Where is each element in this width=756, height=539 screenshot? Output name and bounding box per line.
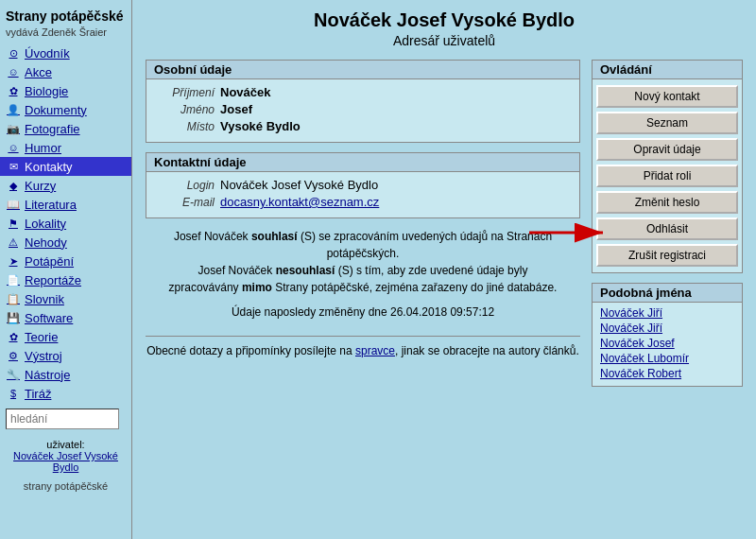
- nav-item-humor[interactable]: ☺Humor: [0, 138, 131, 157]
- nav-label: Literatura: [25, 198, 77, 212]
- user-link[interactable]: Nováček Josef Vysoké Bydlo: [13, 450, 118, 473]
- left-panel: Osobní údaje PříjmeníNováčekJménoJosefMí…: [146, 60, 580, 387]
- nav-icon: 💾: [6, 310, 21, 325]
- nav-item-výstroj[interactable]: ⚙Výstroj: [0, 346, 131, 365]
- similar-name-link[interactable]: Nováček Jiří: [600, 306, 734, 320]
- nav-label: Dokumenty: [25, 103, 87, 117]
- control-button-seznam[interactable]: Seznam: [596, 112, 738, 134]
- nav-item-biologie[interactable]: ✿Biologie: [0, 81, 131, 100]
- nav-icon: 📷: [6, 121, 21, 136]
- similar-name-link[interactable]: Nováček Robert: [600, 367, 734, 380]
- nav-icon: 📄: [6, 272, 21, 287]
- nav-label: Potápění: [25, 254, 74, 269]
- field-value[interactable]: docasny.kontakt@seznam.cz: [220, 195, 379, 209]
- nav-icon: ☺: [6, 140, 21, 155]
- nav-label: Akce: [25, 65, 52, 79]
- note3-post: zpracovávány: [169, 281, 242, 294]
- field-value: Vysoké Bydlo: [220, 119, 301, 133]
- nav-item-teorie[interactable]: ✿Teorie: [0, 327, 131, 346]
- field-label: Login: [154, 179, 220, 192]
- page-title: Nováček Josef Vysoké Bydlo: [146, 9, 743, 31]
- control-box: Ovládání Nový kontaktSeznamOpravit údaje…: [592, 60, 743, 273]
- nav-item-tiráž[interactable]: $Tiráž: [0, 384, 131, 403]
- footer-pre: Obecné dotazy a připomínky posílejte na: [146, 344, 355, 357]
- field-label: Místo: [154, 120, 220, 133]
- control-button-zrušit-registraci[interactable]: Zrušit registraci: [596, 244, 738, 267]
- nav-item-fotografie[interactable]: 📷Fotografie: [0, 119, 131, 138]
- nav-label: Kontakty: [25, 160, 73, 174]
- sidebar-title: Strany potápěčské: [0, 4, 131, 26]
- sidebar-user: uživatel: Nováček Josef Vysoké Bydlo: [0, 435, 131, 477]
- control-button-nový-kontakt[interactable]: Nový kontakt: [596, 85, 738, 108]
- control-button-opravit-údaje[interactable]: Opravit údaje: [596, 138, 738, 161]
- nav-label: Slovnik: [25, 292, 64, 306]
- footer-link[interactable]: spravce: [355, 344, 395, 357]
- contact-field-row: LoginNováček Josef Vysoké Bydlo: [154, 178, 572, 192]
- contact-field-row: E-maildocasny.kontakt@seznam.cz: [154, 195, 572, 209]
- similar-box: Podobná jména Nováček JiříNováček JiříNo…: [592, 283, 743, 387]
- nav-list: ⊙Úvodník☺Akce✿Biologie👤Dokumenty📷Fotogra…: [0, 43, 131, 403]
- field-label: Jméno: [154, 103, 220, 116]
- nav-icon: ⚠: [6, 235, 21, 250]
- nav-label: Software: [25, 311, 73, 325]
- note3-end: Strany potápěčské, zejména zařazeny do j…: [272, 281, 558, 294]
- note2-mid: (S) s tím, aby zde uvedené údaje byly: [335, 264, 527, 277]
- control-button-odhlásit[interactable]: Odhlásit: [596, 217, 738, 240]
- nav-item-dokumenty[interactable]: 👤Dokumenty: [0, 100, 131, 119]
- control-button-přidat-roli[interactable]: Přidat roli: [596, 165, 738, 187]
- nav-item-slovnik[interactable]: 📋Slovnik: [0, 289, 131, 308]
- last-changed: Údaje naposledy změněny dne 26.04.2018 0…: [146, 304, 580, 321]
- personal-section: Osobní údaje PříjmeníNováčekJménoJosefMí…: [146, 60, 580, 143]
- nav-icon: 🔧: [6, 367, 21, 382]
- nav-icon: $: [6, 386, 21, 401]
- nav-label: Úvodník: [25, 46, 70, 61]
- field-value: Nováček Josef Vysoké Bydlo: [220, 178, 378, 192]
- nav-item-lokality[interactable]: ⚑Lokality: [0, 214, 131, 233]
- nav-label: Lokality: [25, 217, 66, 231]
- nav-icon: ✉: [6, 159, 21, 174]
- nav-item-potápění[interactable]: ➤Potápění: [0, 252, 131, 270]
- nav-label: Biologie: [25, 84, 68, 98]
- nav-icon: ☺: [6, 64, 21, 79]
- nav-icon: ✿: [6, 83, 21, 98]
- nav-label: Tiráž: [25, 387, 51, 401]
- nav-icon: ◆: [6, 178, 21, 193]
- note2-disagree: nesouhlasí: [276, 264, 335, 277]
- search-input[interactable]: [6, 409, 119, 429]
- nav-icon: ⚙: [6, 348, 21, 363]
- nav-item-literatura[interactable]: 📖Literatura: [0, 195, 131, 214]
- note-line1: Josef Nováček souhlasí (S) se zpracování…: [146, 228, 580, 262]
- control-button-změnit-heslo[interactable]: Změnit heslo: [596, 191, 738, 214]
- nav-item-kontakty[interactable]: ✉Kontakty: [0, 157, 131, 176]
- nav-item-nehody[interactable]: ⚠Nehody: [0, 233, 131, 252]
- note1-post: (S) se zpracováním uvedených údajů na St…: [298, 230, 552, 260]
- nav-icon: ✿: [6, 329, 21, 344]
- nav-icon: ⊙: [6, 45, 21, 61]
- nav-icon: 📋: [6, 291, 21, 306]
- nav-label: Výstroj: [25, 349, 62, 363]
- nav-icon: 📖: [6, 197, 21, 212]
- nav-item-nástroje[interactable]: 🔧Nástroje: [0, 365, 131, 384]
- right-panel: Ovládání Nový kontaktSeznamOpravit údaje…: [592, 60, 743, 387]
- similar-name-link[interactable]: Nováček Lubomír: [600, 352, 734, 365]
- sidebar: Strany potápěčské vydává Zdeněk Šraier ⊙…: [0, 0, 132, 539]
- similar-name-link[interactable]: Nováček Jiří: [600, 322, 734, 335]
- personal-field-row: JménoJosef: [154, 102, 572, 116]
- note-line2: Josef Nováček nesouhlasí (S) s tím, aby …: [146, 262, 580, 279]
- similar-name-link[interactable]: Nováček Josef: [600, 337, 734, 350]
- nav-label: Nehody: [25, 235, 67, 250]
- personal-title: Osobní údaje: [146, 61, 579, 79]
- page-subtitle: Adresář uživatelů: [146, 33, 743, 48]
- field-value: Nováček: [220, 85, 270, 99]
- contact-title: Kontaktní údaje: [146, 153, 579, 172]
- nav-item-reportáže[interactable]: 📄Reportáže: [0, 270, 131, 289]
- content-row: Osobní údaje PříjmeníNováčekJménoJosefMí…: [146, 60, 743, 387]
- nav-item-úvodník[interactable]: ⊙Úvodník: [0, 43, 131, 62]
- notes-section: Josef Nováček souhlasí (S) se zpracování…: [146, 228, 580, 321]
- nav-item-software[interactable]: 💾Software: [0, 308, 131, 327]
- nav-item-akce[interactable]: ☺Akce: [0, 62, 131, 81]
- nav-item-kurzy[interactable]: ◆Kurzy: [0, 176, 131, 195]
- note1-agree: souhlasí: [251, 230, 298, 243]
- nav-icon: 👤: [6, 102, 21, 117]
- footer-note: Obecné dotazy a připomínky posílejte na …: [146, 336, 580, 357]
